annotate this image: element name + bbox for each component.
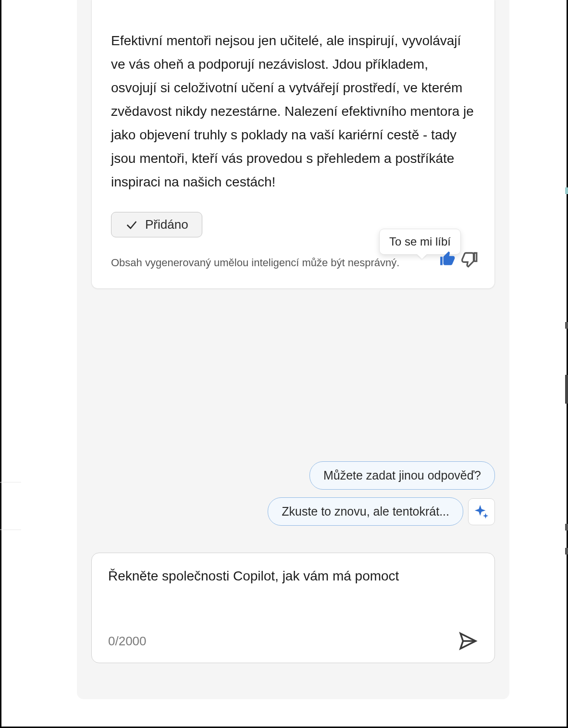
suggestion-list: Můžete zadat jinou odpověď? Zkuste to zn…	[268, 461, 495, 526]
right-edge-sliver	[565, 187, 568, 194]
added-label: Přidáno	[145, 217, 188, 232]
thumbs-up-icon[interactable]	[439, 250, 457, 268]
sparkle-button[interactable]	[468, 498, 495, 525]
send-icon[interactable]	[458, 631, 478, 651]
right-edge-sliver	[565, 548, 568, 555]
chat-input-footer: 0/2000	[108, 631, 478, 651]
added-button[interactable]: Přidáno	[111, 212, 202, 237]
chat-input-placeholder: Řekněte společnosti Copilot, jak vám má …	[108, 568, 478, 584]
thumbs-down-icon[interactable]	[460, 250, 478, 268]
chat-input[interactable]: Řekněte společnosti Copilot, jak vám má …	[91, 553, 495, 663]
left-margin-divider	[0, 530, 21, 530]
response-card: Efektivní mentoři nejsou jen učitelé, al…	[91, 0, 495, 289]
response-footer: To se mi líbí Obsah vygenerovaný umělou …	[111, 257, 475, 269]
right-edge-sliver	[565, 322, 568, 329]
suggestion-pill[interactable]: Zkuste to znovu, ale tentokrát...	[268, 497, 463, 526]
left-margin-divider	[0, 482, 21, 482]
response-text: Efektivní mentoři nejsou jen učitelé, al…	[111, 29, 475, 194]
check-icon	[125, 218, 138, 232]
suggestion-pill[interactable]: Můžete zadat jinou odpověď?	[309, 461, 495, 490]
feedback-buttons	[439, 250, 478, 268]
right-edge-sliver	[565, 524, 568, 531]
right-edge-sliver	[565, 375, 568, 404]
ai-disclaimer: Obsah vygenerovaný umělou inteligencí mů…	[111, 257, 399, 269]
copilot-panel: Efektivní mentoři nejsou jen učitelé, al…	[77, 0, 509, 699]
char-counter: 0/2000	[108, 634, 147, 649]
sparkle-icon	[473, 504, 490, 520]
